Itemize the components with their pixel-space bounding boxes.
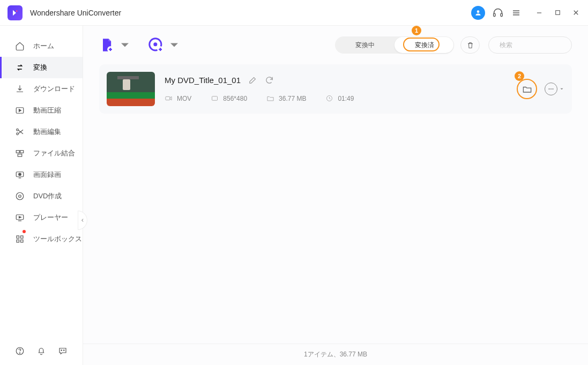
svg-marker-26 <box>19 217 21 218</box>
size-meta: 36.77 MB <box>266 94 306 102</box>
file-add-icon <box>99 38 114 53</box>
scissors-icon <box>15 127 25 137</box>
toolbar: 変換中 変換済 1 <box>83 26 588 64</box>
search-input[interactable] <box>500 41 580 49</box>
sidebar-item-label: 変換 <box>33 63 47 72</box>
disc-icon <box>15 191 25 201</box>
svg-marker-39 <box>121 43 129 47</box>
app-logo <box>8 5 23 20</box>
annotation-badge-1: 1 <box>412 26 421 35</box>
svg-point-52 <box>549 88 550 90</box>
svg-point-1 <box>477 10 480 13</box>
download-icon <box>15 84 25 94</box>
record-icon <box>15 170 25 180</box>
feedback-icon[interactable] <box>58 346 68 356</box>
svg-rect-3 <box>501 13 502 16</box>
sidebar-item-label: ホーム <box>33 41 54 51</box>
video-thumbnail[interactable] <box>107 72 155 106</box>
svg-point-24 <box>19 195 21 198</box>
sidebar-item-merge[interactable]: ファイル結合 <box>0 143 83 164</box>
sidebar-item-label: 動画編集 <box>33 127 61 137</box>
folder-open-icon <box>522 84 532 94</box>
close-button[interactable] <box>571 8 580 18</box>
player-icon <box>15 213 25 222</box>
sidebar-item-label: ダウンロード <box>33 84 75 94</box>
sidebar-item-home[interactable]: ホーム <box>0 35 83 57</box>
sidebar-item-label: ファイル結合 <box>33 148 75 158</box>
add-file-button[interactable] <box>99 38 132 53</box>
reload-icon[interactable] <box>265 76 274 85</box>
annotation-badge-2: 2 <box>515 71 524 81</box>
sidebar-item-label: ツールボックス <box>33 234 82 244</box>
add-dvd-button[interactable] <box>148 38 182 53</box>
sidebar-item-record[interactable]: 画面録画 <box>0 164 83 185</box>
sidebar-item-player[interactable]: プレーヤー <box>0 207 83 228</box>
sidebar-item-label: DVD作成 <box>33 191 62 201</box>
svg-rect-28 <box>17 236 19 239</box>
sidebar-item-download[interactable]: ダウンロード <box>0 78 83 100</box>
sidebar: ホーム 変換 ダウンロード 動画圧縮 動画編集 ファイル結合 <box>0 26 83 365</box>
sidebar-item-label: 画面録画 <box>33 170 61 180</box>
delete-button[interactable] <box>460 36 480 54</box>
convert-icon <box>15 63 25 72</box>
sidebar-item-dvd[interactable]: DVD作成 <box>0 185 83 207</box>
svg-point-34 <box>61 350 62 351</box>
svg-marker-55 <box>561 88 563 90</box>
svg-rect-48 <box>166 96 170 100</box>
svg-point-41 <box>153 42 157 46</box>
help-icon[interactable] <box>15 346 25 356</box>
resolution-meta: 856*480 <box>211 94 247 102</box>
svg-marker-12 <box>19 109 21 112</box>
tab-converted[interactable]: 変換済 <box>395 41 454 50</box>
status-bar: 1アイテム、36.77 MB <box>83 344 588 365</box>
sidebar-item-label: プレーヤー <box>33 213 68 222</box>
svg-point-35 <box>64 350 65 351</box>
merge-icon <box>15 148 25 158</box>
edit-icon[interactable] <box>248 76 257 85</box>
svg-rect-31 <box>21 240 24 243</box>
bell-icon[interactable] <box>36 346 46 356</box>
clock-icon <box>325 94 333 102</box>
status-tabs: 変換中 変換済 1 <box>335 36 454 54</box>
svg-point-53 <box>550 88 552 90</box>
sidebar-item-toolbox[interactable]: ツールボックス <box>0 228 83 250</box>
hamburger-menu-icon[interactable] <box>511 8 522 18</box>
item-title: My DVD_Title_01_01 <box>165 76 241 85</box>
chevron-down-icon <box>117 38 132 53</box>
open-folder-button[interactable]: 2 <box>517 79 537 99</box>
svg-point-54 <box>553 88 554 90</box>
svg-rect-30 <box>17 240 19 243</box>
svg-point-21 <box>19 173 21 176</box>
home-icon <box>15 41 25 51</box>
svg-rect-19 <box>18 154 22 157</box>
file-item: My DVD_Title_01_01 MOV 856*480 <box>99 64 572 114</box>
duration-meta: 01:49 <box>325 94 354 102</box>
tab-converting[interactable]: 変換中 <box>335 41 395 50</box>
sidebar-item-convert[interactable]: 変換 <box>0 57 83 78</box>
svg-point-0 <box>16 10 18 12</box>
more-button[interactable] <box>545 83 564 95</box>
svg-point-14 <box>17 133 19 135</box>
trash-icon <box>466 41 474 49</box>
svg-rect-8 <box>555 11 560 15</box>
account-button[interactable] <box>471 6 485 20</box>
headset-icon[interactable] <box>493 8 503 18</box>
chevron-down-icon <box>167 38 182 53</box>
sidebar-item-label: 動画圧縮 <box>33 106 61 115</box>
chevron-down-icon <box>559 86 564 92</box>
compress-icon <box>15 106 25 115</box>
sidebar-item-edit[interactable]: 動画編集 <box>0 121 83 143</box>
sidebar-item-compress[interactable]: 動画圧縮 <box>0 100 83 121</box>
format-meta: MOV <box>165 94 191 102</box>
resolution-icon <box>211 94 219 102</box>
svg-rect-29 <box>21 236 24 239</box>
svg-point-33 <box>19 353 20 353</box>
minimize-button[interactable] <box>534 8 544 18</box>
svg-point-13 <box>17 129 19 131</box>
search-box[interactable] <box>488 36 572 54</box>
svg-rect-18 <box>20 151 24 153</box>
folder-icon <box>266 94 274 102</box>
notification-dot <box>23 230 26 233</box>
svg-rect-17 <box>16 151 19 153</box>
maximize-button[interactable] <box>553 8 562 18</box>
